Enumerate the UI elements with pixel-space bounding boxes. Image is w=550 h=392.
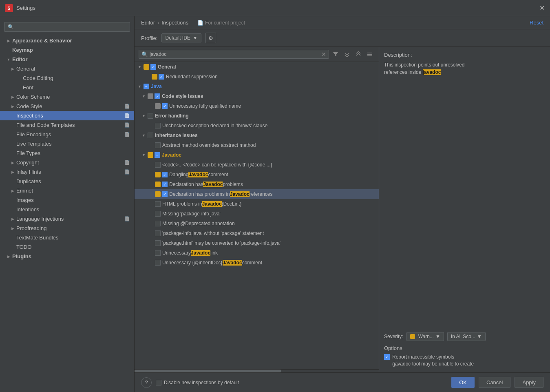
ok-button[interactable]: OK	[451, 377, 475, 388]
check-general[interactable]: ✓	[150, 64, 156, 70]
project-doc-icon: 📄	[197, 20, 203, 26]
check-redundant[interactable]: ✓	[159, 74, 164, 80]
sidebar-item-color-scheme[interactable]: ▶ Color Scheme	[0, 92, 134, 102]
check-code-replaced[interactable]	[155, 162, 161, 168]
label-code-style-issues: Code style issues	[162, 93, 376, 99]
collapse-all-button[interactable]	[353, 49, 363, 59]
tree-group-inheritance[interactable]: ▼ Inheritance issues	[135, 131, 379, 140]
sidebar-item-file-encodings[interactable]: File Encodings 📄	[0, 130, 134, 139]
filter-button[interactable]	[331, 49, 340, 59]
sidebar-item-code-editing[interactable]: Code Editing	[0, 73, 134, 83]
sidebar-item-inspections[interactable]: Inspections 📄	[0, 111, 134, 120]
disable-inspections-label[interactable]: Disable new inspections by default	[156, 380, 239, 385]
tree-item-unnecessary-fqn[interactable]: ✓ Unnecessary fully qualified name	[135, 101, 379, 111]
sidebar-item-proofreading[interactable]: ▶ Proofreading	[0, 224, 134, 233]
sidebar-item-inlay-hints[interactable]: ▶ Inlay Hints 📄	[0, 167, 134, 177]
check-inheritance[interactable]	[148, 133, 153, 138]
sidebar-item-images[interactable]: Images	[0, 195, 134, 205]
label-unnecessary-fqn: Unnecessary fully qualified name	[169, 103, 376, 109]
tree-group-java[interactable]: ▼ − Java	[135, 82, 379, 91]
tree-item-html-problems[interactable]: HTML problems in Javadoc (DocLint)	[135, 199, 379, 209]
sidebar-item-copyright[interactable]: ▶ Copyright 📄	[0, 158, 134, 167]
close-button[interactable]: ✕	[539, 5, 545, 11]
sidebar-item-language-injections[interactable]: ▶ Language Injections 📄	[0, 214, 134, 224]
check-html-problems[interactable]	[155, 201, 161, 207]
label-inheritance-issues: Inheritance issues	[155, 133, 376, 138]
tree-item-abstract-method[interactable]: Abstract method overrides abstract metho…	[135, 140, 379, 150]
sidebar-item-file-templates[interactable]: File and Code Templates 📄	[0, 120, 134, 130]
sidebar-item-todo[interactable]: TODO	[0, 242, 134, 252]
apply-button[interactable]: Apply	[515, 377, 543, 388]
sidebar-item-editor[interactable]: ▼ Editor	[0, 55, 134, 64]
sidebar-item-keymap[interactable]: Keymap	[0, 45, 134, 55]
sidebar-item-file-types[interactable]: File Types	[0, 148, 134, 158]
tree-item-package-html-convert[interactable]: 'package.html' may be converted to 'pack…	[135, 238, 379, 248]
sidebar-item-duplicates[interactable]: Duplicates	[0, 177, 134, 186]
tree-item-code-replaced[interactable]: <code>...</code> can be replaced with {@…	[135, 160, 379, 170]
check-missing-deprecated[interactable]	[155, 221, 161, 226]
sidebar-item-font[interactable]: Font	[0, 83, 134, 92]
check-javadoc-group[interactable]: −	[155, 152, 160, 158]
sidebar-item-plugins[interactable]: ▶ Plugins	[0, 252, 134, 261]
gear-button[interactable]: ⚙	[205, 33, 216, 43]
sidebar-item-emmet[interactable]: ▶ Emmet	[0, 186, 134, 195]
help-button[interactable]: ?	[141, 377, 152, 388]
tree-item-missing-deprecated[interactable]: Missing @Deprecated annotation	[135, 219, 379, 228]
tree-item-package-info-without[interactable]: 'package-info.java' without 'package' st…	[135, 228, 379, 238]
sidebar-item-appearance[interactable]: ▶ Appearance & Behavior	[0, 36, 134, 45]
check-unnecessary-inheritdoc[interactable]	[155, 260, 161, 266]
profile-select[interactable]: Default IDE ▼	[161, 33, 201, 42]
settings-dialog: S Settings ✕ ▶ Appearance & Behavior	[0, 0, 550, 392]
severity-select[interactable]: Warn... ▼	[406, 332, 444, 341]
breadcrumb-project: 📄 For current project	[197, 20, 245, 26]
check-code-style[interactable]: ✓	[155, 93, 160, 99]
check-unnecessary-fqn[interactable]: ✓	[162, 103, 168, 109]
option-check-0[interactable]: ✓	[384, 354, 390, 360]
check-declaration-refs[interactable]: ✓	[162, 191, 168, 197]
description-panel: Description: This inspection points out …	[379, 47, 550, 372]
tree-item-redundant-suppression[interactable]: ✓ Redundant suppression	[135, 72, 379, 82]
tree-item-unnecessary-link[interactable]: Unnecessary Javadoc link	[135, 248, 379, 258]
tree-item-dangling-comment[interactable]: ✓ Dangling Javadoc comment	[135, 170, 379, 179]
check-abstract[interactable]	[155, 142, 161, 148]
horizontal-scrollbar[interactable]	[135, 369, 379, 372]
tree-group-error-handling[interactable]: ▼ Error handling	[135, 111, 379, 121]
sidebar-item-general[interactable]: ▶ General	[0, 64, 134, 73]
tree-group-code-style-issues[interactable]: ▼ ✓ Code style issues	[135, 91, 379, 101]
tree-group-javadoc[interactable]: ▼ − Javadoc	[135, 150, 379, 160]
main-content: Editor › Inspections 📄 For current proje…	[135, 16, 550, 392]
expand-all-button[interactable]	[342, 49, 352, 59]
sidebar-item-intentions[interactable]: Intentions	[0, 205, 134, 214]
profile-value: Default IDE	[165, 35, 190, 41]
check-unchecked-exception[interactable]	[155, 123, 161, 128]
color-declaration-refs	[155, 191, 161, 197]
check-package-html[interactable]	[155, 240, 161, 246]
sidebar-item-live-templates[interactable]: Live Templates	[0, 139, 134, 148]
sidebar-label-editor: Editor	[12, 56, 28, 62]
scope-select[interactable]: In All Sco... ▼	[447, 332, 486, 341]
tree-item-declaration-problems-refs[interactable]: ✓ Declaration has problems in Javadoc re…	[135, 189, 379, 199]
check-dangling[interactable]: ✓	[162, 172, 168, 177]
clear-search-button[interactable]: ✕	[321, 51, 326, 58]
check-package-info-without[interactable]	[155, 230, 161, 236]
menu-button[interactable]	[365, 49, 375, 59]
tree-item-missing-package-info[interactable]: Missing 'package-info.java'	[135, 209, 379, 219]
check-error-handling[interactable]	[148, 113, 153, 119]
search-input[interactable]	[150, 51, 320, 57]
disable-inspections-checkbox[interactable]	[156, 380, 161, 385]
sidebar-item-textmate[interactable]: TextMate Bundles	[0, 233, 134, 242]
sidebar-item-code-style[interactable]: ▶ Code Style 📄	[0, 102, 134, 111]
reset-link[interactable]: Reset	[530, 20, 543, 26]
check-declaration-problems[interactable]: ✓	[162, 182, 168, 187]
expand-arrow-appearance: ▶	[6, 38, 11, 44]
check-java[interactable]: −	[144, 84, 149, 89]
sidebar-search-input[interactable]	[4, 22, 130, 32]
check-missing-package-info[interactable]	[155, 211, 161, 217]
cancel-button[interactable]: Cancel	[479, 377, 510, 388]
tree-item-unnecessary-inheritdoc[interactable]: Unnecessary {@inheritDoc} Javadoc commen…	[135, 258, 379, 268]
tree-item-unchecked-exception[interactable]: Unchecked exception declared in 'throws'…	[135, 121, 379, 131]
check-unnecessary-link[interactable]	[155, 250, 161, 256]
tree-group-general[interactable]: ▼ ✓ General	[135, 62, 379, 72]
window-title: Settings	[16, 5, 539, 11]
tree-item-declaration-problems[interactable]: ✓ Declaration has Javadoc problems	[135, 179, 379, 189]
